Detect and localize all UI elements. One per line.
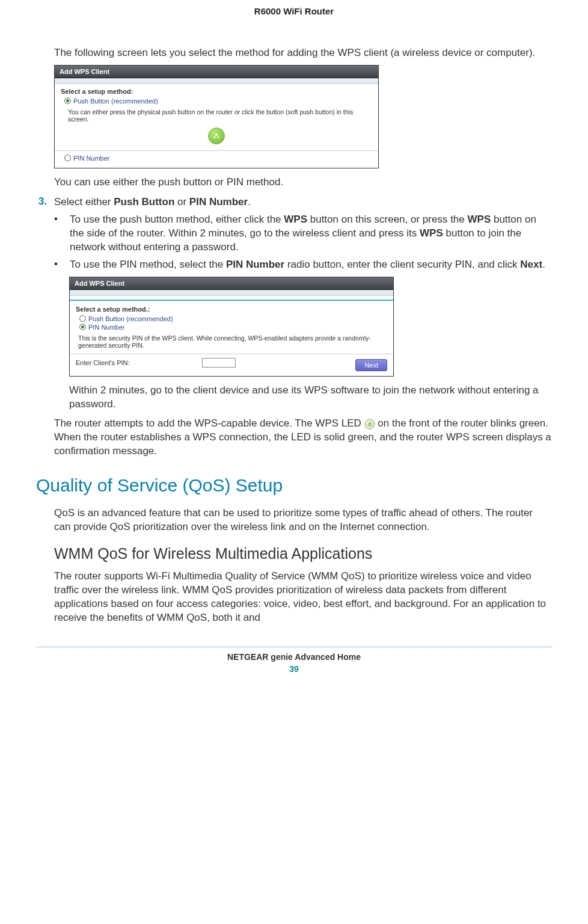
bullet-marker: • (54, 213, 70, 254)
step-3-marker: 3. (38, 196, 54, 209)
screenshot-add-wps-pin: Add WPS Client Select a setup method.: P… (69, 277, 394, 377)
radio-push-label: Push Button (recommended) (73, 97, 158, 105)
wps-led-paragraph: The router attempts to add the WPS-capab… (54, 417, 552, 458)
radio-pin-number[interactable]: PIN Number (79, 324, 387, 331)
bullet-marker: • (54, 258, 70, 272)
radio-pin-label: PIN Number (73, 155, 110, 162)
pin-input-label: Enter Client's PIN: (76, 359, 130, 366)
client-pin-input[interactable] (202, 358, 236, 368)
setup-method-prompt: Select a setup method.: (76, 306, 387, 313)
svg-point-5 (370, 425, 372, 426)
wmm-heading: WMM QoS for Wireless Multimedia Applicat… (54, 545, 552, 562)
intro-paragraph: The following screen lets you select the… (54, 46, 552, 60)
wps-soft-button[interactable] (208, 128, 225, 144)
next-button[interactable]: Next (355, 359, 387, 371)
bullet-pin-text: To use the PIN method, select the PIN Nu… (70, 258, 552, 272)
wmm-paragraph: The router supports Wi-Fi Multimedia Qua… (54, 570, 552, 625)
svg-point-3 (369, 422, 370, 424)
bullet-push-text: To use the push button method, either cl… (70, 213, 552, 254)
after-screenshot1-text: You can use either the push button or PI… (54, 176, 552, 189)
svg-point-2 (218, 136, 219, 138)
after-screenshot2-text: Within 2 minutes, go to the client devic… (69, 384, 552, 411)
svg-point-1 (214, 136, 216, 138)
screenshot-titlebar: Add WPS Client (70, 277, 393, 290)
radio-push-label: Push Button (recommended) (88, 315, 173, 322)
qos-heading: Quality of Service (QoS) Setup (36, 475, 552, 496)
screenshot-add-wps-push: Add WPS Client Select a setup method: Pu… (54, 65, 379, 168)
radio-pin-number[interactable]: PIN Number (64, 155, 372, 162)
svg-point-0 (215, 134, 218, 136)
page-number: 39 (36, 664, 552, 674)
footer-section-name: NETGEAR genie Advanced Home (36, 652, 552, 662)
pin-help-text: This is the security PIN of the WPS clie… (78, 334, 387, 349)
radio-pin-label: PIN Number (88, 324, 125, 331)
step-3-text: Select either Push Button or PIN Number. (54, 196, 552, 209)
footer-divider (36, 647, 552, 647)
svg-point-4 (368, 425, 369, 426)
page-header-title: R6000 WiFi Router (36, 6, 552, 16)
push-help-text: You can either press the physical push b… (68, 108, 372, 123)
qos-intro-paragraph: QoS is an advanced feature that can be u… (54, 507, 552, 534)
setup-method-prompt: Select a setup method: (61, 88, 372, 95)
radio-push-button[interactable]: Push Button (recommended) (79, 315, 387, 322)
screenshot-titlebar: Add WPS Client (55, 66, 378, 78)
wps-led-icon (364, 419, 375, 430)
radio-push-button[interactable]: Push Button (recommended) (64, 97, 372, 105)
